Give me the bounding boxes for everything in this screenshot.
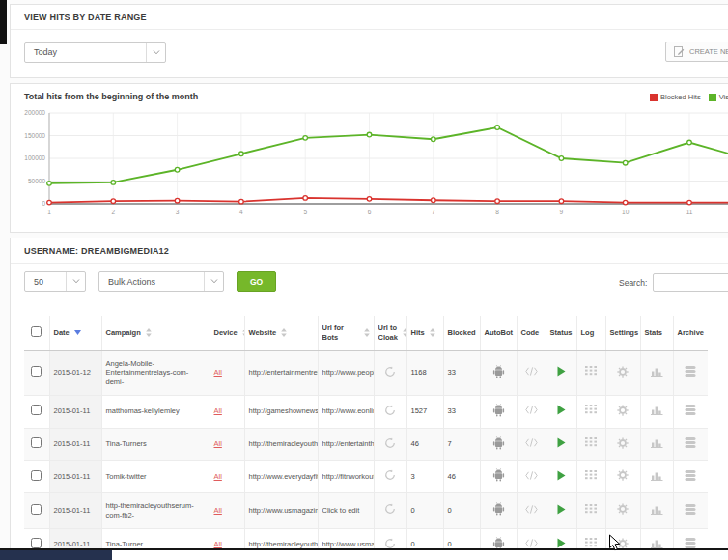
calendar-icon[interactable] <box>585 366 597 377</box>
play-icon[interactable] <box>557 437 566 448</box>
settings-cell <box>605 428 640 461</box>
code-icon[interactable] <box>525 505 538 514</box>
column-header-url-to-cloak[interactable]: Url to Cloak <box>374 316 406 350</box>
date-range-select-value: Today <box>25 43 66 62</box>
column-header-website[interactable]: Website <box>244 316 318 350</box>
code-icon[interactable] <box>525 367 538 376</box>
calendar-icon[interactable] <box>585 437 597 448</box>
stats-cell <box>640 461 673 493</box>
column-label: Device <box>214 328 238 338</box>
archive-icon[interactable] <box>685 437 696 448</box>
bar-chart-icon[interactable] <box>651 405 663 415</box>
device-link[interactable]: All <box>214 472 222 481</box>
url-for-bots-cell[interactable]: http://www.people.com/ar... <box>318 350 374 395</box>
svg-text:150000: 150000 <box>24 132 45 139</box>
device-link[interactable]: All <box>214 506 222 515</box>
row-checkbox[interactable] <box>31 405 42 415</box>
play-icon[interactable] <box>557 504 566 515</box>
device-cell: All <box>210 428 244 461</box>
row-checkbox[interactable] <box>31 538 42 548</box>
bar-chart-icon[interactable] <box>651 366 663 377</box>
column-header-code: Code <box>517 316 546 350</box>
log-cell <box>576 493 605 529</box>
calendar-icon[interactable] <box>585 504 597 515</box>
column-header-url-for-bots[interactable]: Url for Bots <box>318 316 374 350</box>
row-checkbox[interactable] <box>31 470 42 481</box>
column-label: Archive <box>678 328 705 338</box>
bulk-actions-select[interactable]: Bulk Actions <box>98 271 224 292</box>
sort-carets-icon <box>430 328 435 337</box>
gear-icon[interactable] <box>617 366 629 378</box>
url-for-bots-cell[interactable]: http://entertainthis.usatod... <box>318 428 374 461</box>
refresh-circle-icon[interactable] <box>384 469 396 481</box>
blocked-cell: 33 <box>443 395 480 428</box>
archive-icon[interactable] <box>685 405 696 415</box>
legend-item-blocked-hits: Blocked Hits <box>650 93 701 101</box>
column-header-date[interactable]: Date <box>49 316 101 350</box>
device-link[interactable]: All <box>214 368 222 377</box>
url-for-bots-cell[interactable]: http://fitnworkout.com/ <box>318 461 374 493</box>
calendar-icon[interactable] <box>585 538 597 548</box>
gear-icon[interactable] <box>617 437 629 449</box>
svg-text:0: 0 <box>42 200 45 207</box>
date-range-select[interactable]: Today <box>24 42 166 63</box>
gear-icon[interactable] <box>617 503 629 515</box>
device-link[interactable]: All <box>214 439 222 448</box>
refresh-circle-icon[interactable] <box>384 405 396 416</box>
column-header-campaign[interactable]: Campaign <box>101 316 210 350</box>
page-size-select[interactable]: 50 <box>24 271 86 292</box>
refresh-circle-icon[interactable] <box>384 503 396 515</box>
go-button[interactable]: GO <box>237 271 276 292</box>
row-checkbox[interactable] <box>31 437 42 448</box>
android-icon[interactable] <box>492 502 505 516</box>
code-icon[interactable] <box>525 406 538 414</box>
play-icon[interactable] <box>557 538 566 548</box>
search-input[interactable] <box>653 273 728 292</box>
refresh-circle-icon[interactable] <box>384 437 396 449</box>
archive-icon[interactable] <box>685 504 696 515</box>
archive-icon[interactable] <box>685 470 696 481</box>
android-icon[interactable] <box>492 404 505 417</box>
play-icon[interactable] <box>557 405 566 415</box>
autobot-cell <box>480 395 517 428</box>
device-link[interactable]: All <box>214 540 222 548</box>
gear-icon[interactable] <box>617 469 629 481</box>
column-header-hits[interactable]: Hits <box>406 316 443 350</box>
select-all-checkbox[interactable] <box>31 326 42 337</box>
bar-chart-icon[interactable] <box>651 437 663 448</box>
row-checkbox[interactable] <box>31 504 42 515</box>
svg-text:6: 6 <box>368 209 372 215</box>
url-for-bots-cell[interactable]: Click to edit <box>318 493 374 529</box>
table-row: 2015-01-11http-themiracleyouthserum-com-… <box>24 493 708 529</box>
code-cell <box>517 428 546 461</box>
svg-text:4: 4 <box>239 209 243 215</box>
url-for-bots-cell[interactable]: http://www.eonline.com/n... <box>318 395 374 428</box>
gear-icon[interactable] <box>617 405 629 416</box>
column-header-blocked[interactable]: Blocked <box>443 316 480 350</box>
settings-cell <box>605 493 640 529</box>
row-checkbox[interactable] <box>31 366 42 377</box>
refresh-circle-icon[interactable] <box>384 366 396 378</box>
android-icon[interactable] <box>492 468 505 482</box>
archive-icon[interactable] <box>685 366 696 377</box>
android-icon[interactable] <box>492 436 505 450</box>
code-icon[interactable] <box>525 539 538 547</box>
bar-chart-icon[interactable] <box>651 470 663 481</box>
calendar-icon[interactable] <box>585 470 597 481</box>
android-icon[interactable] <box>492 365 505 378</box>
archive-icon[interactable] <box>685 538 696 548</box>
column-header-device[interactable]: Device <box>210 316 244 350</box>
bar-chart-icon[interactable] <box>651 504 663 515</box>
refresh-circle-icon[interactable] <box>384 538 396 549</box>
row-select-cell <box>24 428 49 461</box>
code-icon[interactable] <box>525 471 538 480</box>
create-new-campaign-button[interactable]: CREATE NEW CAMPAIGN <box>665 42 728 62</box>
play-icon[interactable] <box>557 470 566 481</box>
autobot-cell <box>480 493 517 529</box>
device-link[interactable]: All <box>214 406 222 415</box>
status-cell <box>546 350 576 395</box>
play-icon[interactable] <box>557 366 566 377</box>
bar-chart-icon[interactable] <box>651 538 663 548</box>
code-icon[interactable] <box>525 438 538 447</box>
calendar-icon[interactable] <box>585 405 597 415</box>
